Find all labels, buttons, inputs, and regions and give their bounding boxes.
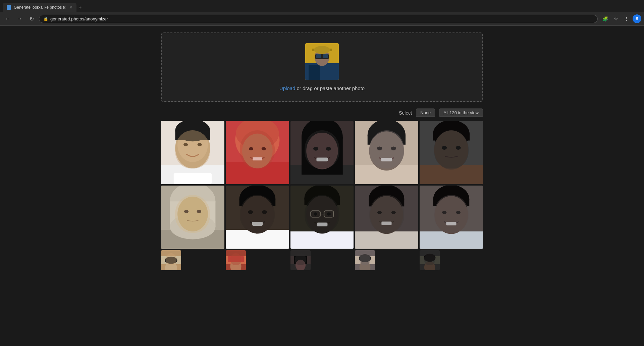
photo-item[interactable] (161, 121, 224, 184)
svg-rect-42 (381, 158, 392, 161)
svg-point-106 (424, 261, 435, 270)
photo-item[interactable] (226, 186, 289, 249)
photo-item[interactable] (355, 250, 375, 270)
face-svg (290, 121, 354, 184)
face-svg (355, 250, 375, 270)
svg-point-56 (184, 210, 189, 213)
svg-rect-99 (290, 256, 311, 264)
svg-point-95 (165, 257, 177, 264)
svg-point-90 (442, 211, 446, 214)
svg-rect-34 (316, 158, 328, 161)
tab-favicon (7, 5, 11, 10)
reload-button[interactable]: ↻ (27, 14, 36, 23)
forward-button[interactable]: → (15, 14, 24, 23)
svg-point-89 (435, 196, 468, 234)
url-text: generated.photos/anonymizer (50, 16, 108, 21)
svg-rect-7 (323, 54, 328, 58)
svg-point-103 (360, 261, 371, 270)
photo-item[interactable] (226, 250, 246, 270)
upload-link[interactable]: Upload (279, 85, 296, 91)
svg-rect-71 (311, 211, 320, 217)
profile-button[interactable]: ⋮ (622, 14, 631, 23)
svg-point-24 (249, 147, 253, 150)
svg-rect-105 (420, 256, 440, 264)
face-svg (226, 250, 246, 270)
svg-rect-53 (170, 201, 215, 227)
photo-item[interactable] (420, 186, 483, 249)
upload-drop-zone[interactable]: Upload or drag or paste another photo (161, 32, 483, 102)
svg-rect-2 (309, 65, 320, 80)
photo-item[interactable] (355, 186, 418, 249)
svg-rect-61 (239, 199, 275, 206)
svg-point-57 (197, 210, 201, 213)
all-in-view-button[interactable]: All 120 in the view (439, 109, 483, 117)
tab-title: Generate look-alike photos to p (14, 5, 65, 10)
upload-instruction-rest: or drag or paste another photo (295, 85, 365, 91)
extensions-button[interactable]: 🧩 (600, 14, 610, 23)
upload-instruction: Upload or drag or paste another photo (168, 85, 476, 91)
face-svg (161, 186, 224, 249)
svg-point-23 (242, 134, 273, 168)
svg-point-101 (296, 260, 306, 270)
back-button[interactable]: ← (3, 14, 12, 23)
face-svg (290, 186, 354, 249)
browser-chrome: Generate look-alike photos to p ✕ + ← → … (0, 0, 644, 26)
svg-point-48 (442, 146, 447, 150)
svg-point-9 (314, 46, 330, 54)
browser-actions: 🧩 ☆ ⋮ S (600, 14, 641, 23)
svg-point-33 (326, 147, 331, 150)
face-svg (226, 186, 289, 249)
photo-item[interactable] (290, 121, 354, 184)
svg-rect-28 (290, 165, 354, 184)
svg-point-94 (165, 261, 177, 270)
svg-rect-46 (433, 134, 470, 141)
new-tab-button[interactable]: + (76, 4, 84, 10)
face-svg (161, 121, 224, 184)
none-button[interactable]: None (416, 109, 435, 117)
svg-rect-72 (324, 211, 333, 217)
svg-point-83 (391, 211, 396, 214)
svg-point-75 (327, 212, 330, 215)
svg-point-40 (377, 146, 382, 150)
controls-row: Select None All 120 in the view (154, 109, 490, 121)
svg-point-29 (302, 121, 343, 156)
face-svg (161, 250, 181, 270)
photo-item[interactable] (420, 121, 483, 184)
face-svg (420, 186, 483, 249)
bookmark-button[interactable]: ☆ (611, 14, 621, 23)
photo-item[interactable] (420, 250, 440, 270)
address-bar-row: ← → ↻ 🔒 generated.photos/anonymizer 🧩 ☆ … (0, 12, 644, 25)
photo-grid (154, 121, 490, 270)
svg-point-104 (359, 254, 371, 262)
face-svg (355, 186, 418, 249)
photo-item[interactable] (355, 121, 418, 184)
svg-point-81 (370, 196, 403, 234)
photo-item[interactable] (161, 186, 224, 249)
svg-point-63 (248, 210, 253, 214)
svg-rect-20 (226, 162, 289, 184)
svg-point-22 (236, 121, 279, 149)
svg-rect-67 (290, 231, 354, 249)
svg-rect-18 (174, 173, 212, 184)
active-tab[interactable]: Generate look-alike photos to p ✕ (3, 3, 76, 12)
svg-point-47 (434, 130, 469, 169)
photo-item[interactable] (290, 250, 311, 270)
svg-point-97 (230, 259, 241, 270)
svg-rect-98 (228, 256, 244, 262)
svg-rect-102 (355, 256, 375, 264)
svg-rect-80 (369, 199, 405, 206)
svg-point-15 (198, 143, 202, 146)
svg-rect-51 (161, 230, 224, 249)
face-svg (290, 250, 311, 270)
select-label: Select (399, 110, 412, 116)
svg-rect-78 (355, 231, 418, 249)
svg-point-91 (456, 211, 461, 214)
user-avatar[interactable]: S (633, 14, 641, 23)
photo-item[interactable] (161, 250, 181, 270)
svg-point-41 (391, 146, 396, 150)
tab-close-button[interactable]: ✕ (69, 5, 72, 10)
svg-rect-59 (226, 230, 289, 249)
photo-item[interactable] (290, 186, 354, 249)
photo-item[interactable] (226, 121, 289, 184)
address-bar[interactable]: 🔒 generated.photos/anonymizer (39, 15, 598, 23)
